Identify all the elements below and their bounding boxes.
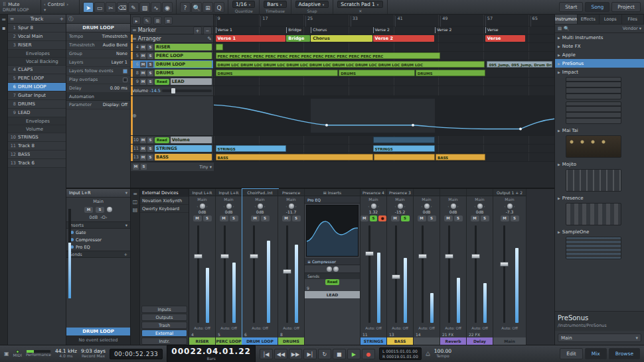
arranger-track-header[interactable]: ≡Arranger✎ xyxy=(131,34,214,42)
marker-flag[interactable]: Verse 2 xyxy=(373,27,390,33)
loop-button[interactable]: ↻ xyxy=(318,349,331,359)
lane-mute-button[interactable]: M xyxy=(140,44,146,50)
channel-output-label[interactable]: Main xyxy=(467,196,493,202)
clip-lane[interactable]: BASSBASS xyxy=(214,153,554,161)
channel-strip[interactable]: Presence 4Main‹›1.32MS●Auto: Off11STRING… xyxy=(361,189,387,345)
instrument-thumbnail[interactable] xyxy=(566,169,621,192)
automation-lane[interactable] xyxy=(214,96,554,135)
audio-clip[interactable] xyxy=(216,44,223,50)
clip-lane[interactable]: STRINGSSTRINGS xyxy=(214,145,554,152)
rack-item[interactable]: External Devices xyxy=(140,189,189,197)
rack-filter-external[interactable]: External xyxy=(141,330,187,337)
channel-gain-value[interactable]: 0dB xyxy=(216,210,242,215)
lane-solo-button[interactable]: S xyxy=(147,79,153,85)
track-row[interactable]: 2Vocal Main xyxy=(8,32,66,41)
expand-arrow-icon[interactable]: ▶ xyxy=(558,230,560,234)
channel-strip[interactable]: PresenceMain‹›-11.7MSAuto: Off8DRUMS xyxy=(278,189,305,345)
console-track-chip[interactable]: DRUM LOOP xyxy=(66,328,130,335)
channel-mute-button[interactable]: M xyxy=(391,215,400,221)
fader-handle[interactable] xyxy=(220,254,229,259)
channel-fader-area[interactable] xyxy=(495,224,524,324)
clip-lane[interactable]: DRUM LOC DRUM LOC DRUM LOC DRUM LOC DRUM… xyxy=(214,60,554,68)
rack-filter-trash[interactable]: Trash xyxy=(141,322,187,329)
info-icon[interactable]: ⓘ xyxy=(68,16,74,23)
audio-clip[interactable]: DRUM LOC DRUM LOC DRUM LOC DRUM LOC DRUM… xyxy=(216,61,485,68)
checkbox[interactable] xyxy=(123,78,127,82)
arranger-menu-icon[interactable]: ≡ xyxy=(132,36,137,42)
sends-bar[interactable]: Sends xyxy=(305,272,360,279)
channel-gain-value[interactable]: 1.32 xyxy=(361,210,386,215)
channel-gain-value[interactable]: 0dB xyxy=(414,210,440,215)
expand-arrow-icon[interactable]: ▶ xyxy=(558,162,560,166)
channel-output-label[interactable]: Main xyxy=(189,196,215,202)
search-icon[interactable]: 🔍 xyxy=(564,26,569,31)
channel-mute-button[interactable]: M xyxy=(251,215,260,221)
expand-arrow-icon[interactable]: ▶ xyxy=(558,36,560,40)
channel-fader-area[interactable] xyxy=(280,224,302,324)
rack-item[interactable]: Novation XioSynth xyxy=(140,197,189,205)
automation-read-badge[interactable]: Read xyxy=(155,79,169,85)
expand-arrow-icon[interactable]: ▶ xyxy=(558,70,560,74)
forward-button[interactable]: ▶▶ xyxy=(289,349,302,359)
parameter-row[interactable]: Parameter Display: Off xyxy=(66,101,130,109)
lane-solo-button[interactable]: S xyxy=(147,154,153,160)
range-tool-icon[interactable]: ▭ xyxy=(94,2,105,13)
fader-handle[interactable] xyxy=(283,269,291,274)
paint-tool-icon[interactable]: ✎ xyxy=(128,2,139,13)
pan-knob[interactable] xyxy=(507,204,513,209)
pin-icon[interactable]: ▪ xyxy=(2,25,5,31)
channel-output-label[interactable]: Main xyxy=(387,196,413,202)
quantize-select[interactable]: 1/16 xyxy=(232,1,255,8)
panel-toggle-icon[interactable]: ▣ xyxy=(4,351,9,357)
marker-flag[interactable]: Verse xyxy=(485,27,499,33)
console-pan-knob[interactable] xyxy=(107,207,112,212)
volume-automation-curve[interactable] xyxy=(214,96,554,135)
clip-lane[interactable]: PERC PERC PERC PERC PERC PERC PERC PERC … xyxy=(214,52,554,60)
track-row[interactable]: 11Track 8 xyxy=(8,142,66,151)
channel-strip[interactable]: Main‹›0dBMSAuto: Off21 FXReverb xyxy=(440,189,467,345)
browser-item[interactable]: ▶Mai Tai xyxy=(555,126,644,135)
channel-fader-area[interactable] xyxy=(191,224,213,324)
channel-solo-button[interactable]: S xyxy=(261,215,270,221)
channel-output-label[interactable]: Main xyxy=(414,196,440,202)
channel-source-header[interactable]: Output 1 + 2 xyxy=(493,189,526,196)
menu-icon[interactable]: ≡ xyxy=(1,17,6,23)
marker-flag[interactable]: Bridge xyxy=(286,27,301,33)
folder-icon[interactable]: ▤ xyxy=(558,26,562,31)
channel-fader-area[interactable] xyxy=(362,224,384,324)
automation-read-badge[interactable]: Read xyxy=(155,137,169,143)
channel-name[interactable]: DRUMS xyxy=(278,337,304,345)
instrument-thumbnail[interactable] xyxy=(566,101,621,124)
channel-name[interactable]: LEAD xyxy=(305,291,360,298)
channel-strip[interactable]: Input L+RMain‹›0dBMSAuto: Off4RISER xyxy=(189,189,216,345)
collapse-icon[interactable]: ▤ xyxy=(133,207,138,213)
io-icon[interactable]: ≡ xyxy=(133,191,137,197)
channel-auto-mode[interactable]: Auto: Off xyxy=(216,326,242,332)
channel-auto-mode[interactable]: Auto: Off xyxy=(414,326,440,332)
track-row[interactable]: Vocal Backing xyxy=(8,58,66,66)
instrument-thumbnail[interactable] xyxy=(566,135,621,158)
pan-knob[interactable] xyxy=(371,204,376,209)
lane-mute-button[interactable]: M xyxy=(140,70,146,76)
control-link[interactable]: ‹Control› ▾ xyxy=(41,0,80,14)
expand-arrow-icon[interactable]: ▶ xyxy=(558,53,560,57)
song-page-button[interactable]: Song xyxy=(585,2,609,12)
list-icon[interactable]: ≡ xyxy=(164,17,173,25)
marker-flag[interactable]: Chorus xyxy=(311,27,327,33)
console-solo-button[interactable]: S xyxy=(96,207,104,213)
fader-handle[interactable] xyxy=(445,254,453,259)
insert-slot[interactable]: Compressor xyxy=(66,236,130,243)
arranger-section[interactable]: Chorus xyxy=(311,35,372,42)
browser-item[interactable]: ▶SampleOne xyxy=(555,227,644,236)
browser-item[interactable]: ▶Apple xyxy=(555,50,644,59)
pan-knob[interactable] xyxy=(289,204,294,209)
help-icon[interactable]: ? xyxy=(180,2,191,13)
insert-device-compressor[interactable]: ≡ Compressor xyxy=(305,258,360,265)
insert-slot[interactable]: Pro EQ xyxy=(66,243,130,251)
volume-mini-slider[interactable] xyxy=(162,90,212,92)
lane-mute-button[interactable]: M xyxy=(140,79,146,85)
split-tool-icon[interactable]: ✂ xyxy=(106,2,116,13)
bend-tool-icon[interactable]: ∿ xyxy=(151,2,161,13)
performance-indicator[interactable]: Performance xyxy=(26,350,51,357)
inspector-row[interactable]: TempoTimestretch xyxy=(66,32,130,41)
